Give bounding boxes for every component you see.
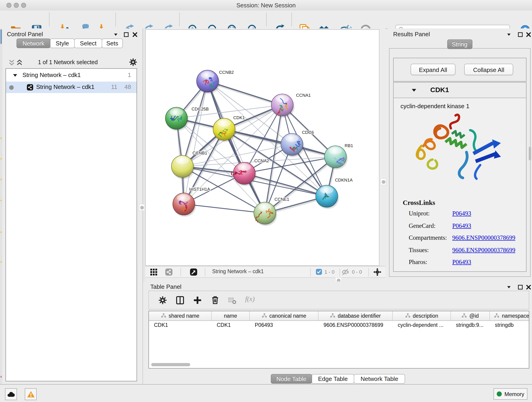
results-panel-float-icon[interactable]	[517, 32, 523, 38]
expand-all-button[interactable]: Expand All	[411, 64, 456, 75]
node-CDC6[interactable]	[281, 133, 304, 157]
separator	[181, 268, 181, 276]
results-panel-tabs: String	[388, 39, 532, 49]
cell--id[interactable]: stringdb:9...	[451, 320, 490, 330]
table-tab-edge-table[interactable]: Edge Table	[312, 374, 354, 384]
table-panel-menu-icon[interactable]	[506, 285, 512, 290]
tab-sets[interactable]: Sets	[102, 38, 123, 48]
node-label-HIST1H1A: HIST1H1A	[189, 187, 210, 191]
crosslink-row: Tissues: 9606.ENSP00000378699	[394, 246, 526, 258]
column-header-description[interactable]: description	[393, 311, 451, 320]
show-columns-icon[interactable]	[176, 296, 185, 305]
results-panel-menu-icon[interactable]	[506, 32, 512, 38]
selected-node-edge-counts: 1 - 0	[324, 269, 335, 274]
network-row-selected[interactable]: String Network – cdk1 11 48	[6, 82, 137, 93]
column-header-name[interactable]: name	[212, 311, 250, 320]
cell-canonical-name[interactable]: P06493	[250, 320, 318, 330]
crosslink-label: Uniprot:	[409, 210, 430, 217]
splitter-collapse-button-right[interactable]	[380, 178, 386, 185]
network-graph[interactable]: CCNB2CCNA1CDC25BCDK1CDC6RB1CCNB1CCNA2CDK…	[146, 30, 379, 265]
node-RB1[interactable]	[324, 146, 348, 170]
node-label-CCNE1: CCNE1	[274, 197, 289, 202]
column-header--id[interactable]: @id	[451, 311, 490, 320]
network-row-label: String Network – cdk1	[36, 83, 94, 90]
memory-button[interactable]: Memory	[494, 388, 527, 400]
crosslink-row: Pharos: P06493	[394, 259, 526, 270]
column-header-canonical-name[interactable]: canonical name	[250, 311, 318, 320]
column-header-database-identifier[interactable]: database identifier	[318, 311, 393, 320]
node-HIST1H1A[interactable]	[173, 193, 196, 217]
results-scrollbar-thumb[interactable]	[529, 147, 531, 160]
birds-eye-view-icon[interactable]	[190, 268, 197, 276]
crosslink-link[interactable]: P06493	[452, 210, 471, 217]
vertical-splitter-right[interactable]	[380, 29, 385, 266]
cell-name[interactable]: CDK1	[212, 320, 250, 330]
crosslink-label: Tissues:	[409, 246, 429, 254]
results-panel-close-icon[interactable]	[526, 32, 532, 38]
network-collection-label: String Network – cdk1	[22, 71, 81, 78]
table-panel-float-icon[interactable]	[517, 284, 523, 290]
toolbar-separator	[179, 13, 180, 26]
grid-view-icon[interactable]	[150, 268, 158, 276]
column-header-namespace[interactable]: namespace	[490, 311, 529, 320]
results-panel: Results Panel String Expand All Collapse…	[388, 28, 532, 281]
table-tab-node-table[interactable]: Node Table	[271, 374, 312, 384]
horizontal-splitter[interactable]	[145, 278, 385, 281]
results-tab-string[interactable]: String	[447, 39, 472, 49]
control-panel-close-icon[interactable]	[132, 32, 138, 38]
entry-collapse-icon[interactable]	[411, 88, 417, 94]
cell-namespace[interactable]: stringdb	[490, 320, 529, 330]
vertical-splitter-left[interactable]	[143, 28, 145, 281]
tab-select[interactable]: Select	[74, 38, 102, 48]
node-label-CDK1: CDK1	[233, 115, 245, 120]
warnings-button[interactable]	[25, 388, 37, 400]
node-CCNB2[interactable]	[196, 70, 220, 94]
node-CCNA1[interactable]	[271, 94, 295, 118]
cell-description[interactable]: cyclin-dependent ...	[393, 320, 451, 330]
table-row[interactable]: CDK1CDK1P064939606.ENSP00000378699cyclin…	[149, 320, 529, 330]
function-builder-icon: f(x)	[245, 295, 255, 303]
add-column-icon[interactable]	[193, 296, 202, 305]
crosslink-label: Pharos:	[409, 259, 427, 266]
table-settings-icon[interactable]	[158, 296, 167, 305]
table-panel-close-icon[interactable]	[526, 284, 532, 290]
node-CDK1[interactable]	[213, 118, 236, 142]
column-header-shared-name[interactable]: shared name	[149, 311, 212, 320]
cell-shared-name[interactable]: CDK1	[149, 320, 212, 330]
crosslink-link[interactable]: 9606.ENSP00000378699	[452, 234, 515, 242]
node-label-CCNA2: CCNA2	[254, 158, 269, 163]
separator	[205, 268, 205, 276]
collapse-all-button[interactable]: Collapse All	[464, 64, 513, 75]
node-label-CDC25B: CDC25B	[191, 107, 209, 111]
pan-navigate-icon[interactable]	[373, 268, 382, 276]
network-edge-count: 48	[124, 83, 131, 90]
table-tab-network-table[interactable]: Network Table	[354, 374, 405, 384]
splitter-collapse-button-left[interactable]	[139, 204, 145, 211]
control-panel-float-icon[interactable]	[123, 32, 129, 38]
selected-items-checkbox-icon[interactable]	[316, 269, 322, 275]
network-thumbnail-icon[interactable]	[165, 268, 173, 276]
cloud-status-button[interactable]	[5, 388, 17, 400]
collapse-all-networks-icon[interactable]	[8, 59, 15, 66]
control-panel-menu-icon[interactable]	[113, 32, 119, 38]
string-network-icon	[27, 84, 33, 91]
network-collection-row[interactable]: String Network – cdk1 1	[6, 70, 137, 81]
tree-expand-icon[interactable]	[12, 73, 18, 78]
tab-style[interactable]: Style	[50, 38, 75, 48]
gene-description: cyclin-dependent kinase 1	[400, 103, 469, 109]
crosslink-label: GeneCard:	[409, 222, 436, 230]
crosslink-link[interactable]: 9606.ENSP00000378699	[452, 246, 515, 254]
edge-CDK1-RB1[interactable]	[224, 129, 336, 157]
table-panel: Table Panel f(x) shared namenamecanonica…	[145, 281, 532, 384]
crosslink-link[interactable]: P06493	[452, 259, 471, 266]
network-options-gear-icon[interactable]	[129, 58, 138, 66]
crosslink-link[interactable]: P06493	[452, 222, 471, 230]
node-CDKN1A[interactable]	[316, 185, 339, 209]
cell-database-identifier[interactable]: 9606.ENSP00000378699	[318, 320, 393, 330]
cdk1-entry-header[interactable]: CDK1	[394, 83, 526, 98]
table-hscrollbar-thumb[interactable]	[151, 363, 190, 366]
tab-network[interactable]: Network	[17, 38, 51, 48]
delete-column-icon[interactable]	[210, 295, 220, 305]
node-table[interactable]: shared namenamecanonical namedatabase id…	[148, 311, 529, 369]
network-canvas[interactable]: CCNB2CCNA1CDC25BCDK1CDC6RB1CCNB1CCNA2CDK…	[145, 29, 380, 266]
